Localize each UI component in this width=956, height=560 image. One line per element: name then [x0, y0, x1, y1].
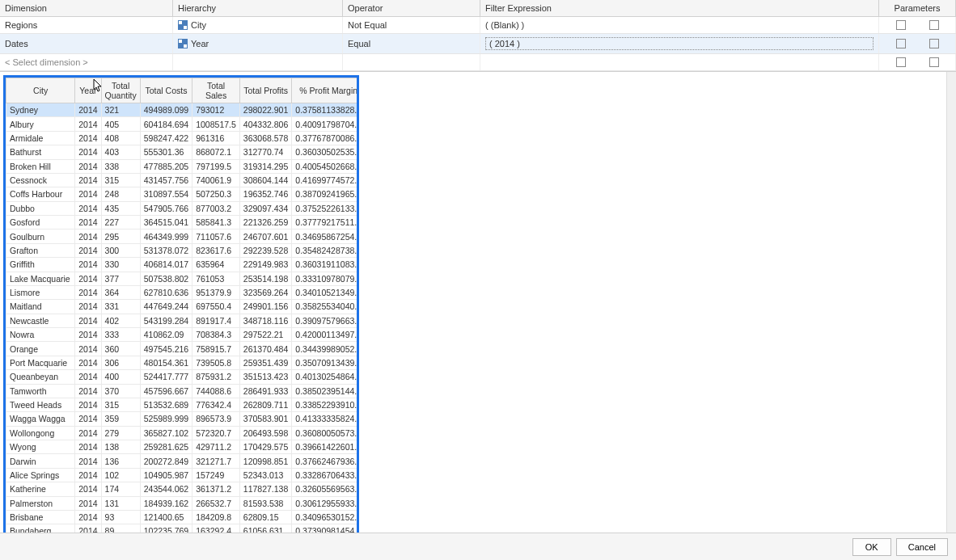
table-row[interactable]: Maitland2014331447649.244697550.4249901.… — [6, 300, 360, 314]
cell-costs: 243544.062 — [140, 482, 192, 496]
cell-qty: 364 — [101, 285, 140, 299]
table-row[interactable]: Tamworth2014370457596.667744088.6286491.… — [6, 384, 360, 398]
table-row[interactable]: Sydney2014321494989.099793012298022.9010… — [6, 103, 360, 117]
cell-margin: 0.33286706433... — [292, 468, 359, 482]
cell-sales: 697550.4 — [192, 300, 240, 314]
col-year[interactable]: Year — [75, 78, 101, 103]
table-row[interactable]: Brisbane201493121400.65184209.862809.150… — [6, 510, 360, 524]
table-row[interactable]: Orange2014360497545.216758915.7261370.48… — [6, 342, 360, 356]
cell-costs: 464349.999 — [140, 229, 192, 243]
table-row[interactable]: Grafton2014300531378.072823617.6292239.5… — [6, 243, 360, 257]
filter-operator[interactable]: Not Equal — [343, 17, 480, 33]
cell-year: 2014 — [75, 398, 101, 411]
param-checkbox[interactable] — [929, 20, 939, 30]
col-profits[interactable]: Total Profits — [239, 78, 291, 103]
cell-profits: 259351.439 — [239, 356, 291, 369]
table-row[interactable]: Wagga Wagga2014359525989.999896573.93705… — [6, 412, 360, 426]
cell-profits: 81593.538 — [239, 496, 291, 510]
cell-city: Katherine — [6, 482, 75, 496]
param-checkbox[interactable] — [929, 39, 939, 48]
table-row[interactable]: Nowra2014333410862.09708384.3297522.210.… — [6, 328, 360, 342]
select-dimension-row[interactable]: < Select dimension > — [0, 54, 956, 71]
cell-sales: 507250.3 — [192, 187, 240, 201]
cell-year: 2014 — [75, 454, 101, 468]
cell-profits: 52343.013 — [239, 468, 291, 482]
table-row[interactable]: Wollongong2014279365827.102572320.720649… — [6, 426, 360, 440]
cell-year: 2014 — [75, 384, 101, 398]
table-row[interactable]: Palmerston2014131184939.162266532.781593… — [6, 496, 360, 510]
cell-costs: 494989.099 — [140, 103, 192, 117]
cell-qty: 279 — [101, 426, 140, 440]
cell-year: 2014 — [75, 173, 101, 187]
cell-year: 2014 — [75, 328, 101, 342]
select-dimension-label[interactable]: < Select dimension > — [0, 54, 173, 70]
cell-qty: 405 — [101, 117, 140, 131]
table-row[interactable]: Lismore2014364627810.636951379.9323569.2… — [6, 285, 360, 299]
table-row[interactable]: Goulburn2014295464349.999711057.6246707.… — [6, 229, 360, 243]
cell-profits: 286491.933 — [239, 384, 291, 398]
cell-sales: 635964 — [192, 258, 240, 272]
table-row[interactable]: Darwin2014136200272.849321271.7120998.85… — [6, 454, 360, 468]
cell-sales: 891917.4 — [192, 314, 240, 327]
cell-city: Tamworth — [6, 384, 75, 398]
cell-year: 2014 — [75, 285, 101, 299]
cell-year: 2014 — [75, 243, 101, 257]
table-row[interactable]: Cessnock2014315431457.756740061.9308604.… — [6, 173, 360, 187]
filter-hierarchy[interactable]: Year — [173, 34, 343, 53]
table-row[interactable]: Dubbo2014435547905.766877003.2329097.434… — [6, 201, 360, 215]
table-row[interactable]: Gosford2014227364515.041585841.3221326.2… — [6, 216, 360, 229]
cell-margin: 0.40130254864... — [292, 370, 359, 384]
cell-costs: 431457.756 — [140, 173, 192, 187]
table-row[interactable]: Griffith2014330406814.017635964229149.98… — [6, 258, 360, 272]
cell-costs: 200272.849 — [140, 454, 192, 468]
col-margin[interactable]: % Profit Margin — [292, 78, 359, 103]
scrollbar[interactable] — [946, 72, 956, 555]
cell-qty: 138 — [101, 440, 140, 454]
param-checkbox[interactable] — [896, 57, 906, 67]
cell-profits: 120998.851 — [239, 454, 291, 468]
table-row[interactable]: Tweed Heads2014315513532.689776342.42628… — [6, 398, 360, 411]
filter-hierarchy[interactable]: City — [173, 17, 343, 33]
cell-margin: 0.35825534040... — [292, 300, 359, 314]
filter-row[interactable]: DatesYearEqual( 2014 ) — [0, 34, 956, 54]
cell-profits: 298022.901 — [239, 103, 291, 117]
cancel-button[interactable]: Cancel — [896, 538, 948, 556]
ok-button[interactable]: OK — [852, 538, 891, 556]
table-row[interactable]: Armidale2014408598247.422961316363068.57… — [6, 131, 360, 145]
cell-year: 2014 — [75, 272, 101, 285]
filter-dimension[interactable]: Dates — [0, 34, 173, 53]
filter-operator[interactable]: Equal — [343, 34, 480, 53]
filter-expression[interactable]: ( (Blank) ) — [480, 17, 879, 33]
table-row[interactable]: Katherine2014174243544.062361371.2117827… — [6, 482, 360, 496]
cell-sales: 321271.7 — [192, 454, 240, 468]
cell-profits: 246707.601 — [239, 229, 291, 243]
cell-costs: 513532.689 — [140, 398, 192, 411]
table-row[interactable]: Alice Springs2014102104905.9871572495234… — [6, 468, 360, 482]
table-row[interactable]: Lake Macquarie2014377507538.802761053253… — [6, 272, 360, 285]
table-row[interactable]: Newcastle2014402543199.284891917.4348718… — [6, 314, 360, 327]
table-row[interactable]: Albury2014405604184.6941008517.5404332.8… — [6, 117, 360, 131]
table-row[interactable]: Bathurst2014403555301.36868072.1312770.7… — [6, 145, 360, 159]
table-row[interactable]: Coffs Harbour2014248310897.554507250.319… — [6, 187, 360, 201]
filter-header-row: Dimension Hierarchy Operator Filter Expr… — [0, 0, 956, 17]
cell-sales: 877003.2 — [192, 201, 240, 215]
header-parameters: Parameters — [879, 0, 956, 16]
cell-year: 2014 — [75, 131, 101, 145]
param-checkbox[interactable] — [929, 57, 939, 67]
filter-dimension[interactable]: Regions — [0, 17, 173, 33]
filter-row[interactable]: RegionsCityNot Equal( (Blank) ) — [0, 17, 956, 34]
table-row[interactable]: Broken Hill2014338477885.205797199.53193… — [6, 159, 360, 173]
col-qty[interactable]: Total Quantity — [101, 78, 140, 103]
col-costs[interactable]: Total Costs — [140, 78, 192, 103]
table-row[interactable]: Queanbeyan2014400524417.777875931.235151… — [6, 370, 360, 384]
param-checkbox[interactable] — [896, 20, 906, 30]
filter-expression[interactable]: ( 2014 ) — [480, 34, 879, 53]
col-sales[interactable]: Total Sales — [192, 78, 240, 103]
param-checkbox[interactable] — [896, 39, 906, 48]
cell-city: Lismore — [6, 285, 75, 299]
table-row[interactable]: Wyong2014138259281.625429711.2170429.575… — [6, 440, 360, 454]
cell-costs: 497545.216 — [140, 342, 192, 356]
cell-city: Sydney — [6, 103, 75, 117]
table-row[interactable]: Port Macquarie2014306480154.361739505.82… — [6, 356, 360, 369]
col-city[interactable]: City — [6, 78, 75, 103]
